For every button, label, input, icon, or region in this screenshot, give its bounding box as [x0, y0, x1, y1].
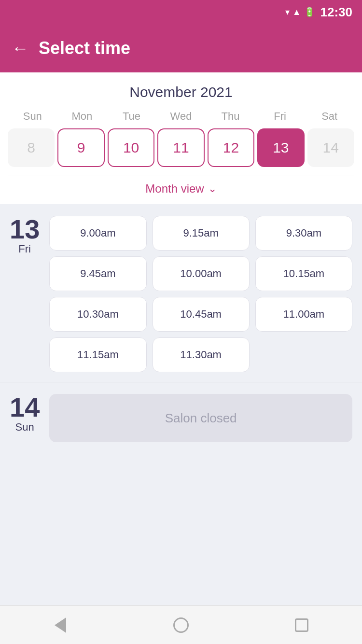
month-view-label: Month view: [145, 182, 204, 196]
back-button[interactable]: ←: [12, 40, 29, 57]
time-slot-945am[interactable]: 9.45am: [49, 256, 146, 291]
day-number-14: 14: [10, 394, 40, 421]
status-bar: ▾ ▲ 🔋 12:30: [0, 0, 362, 24]
dates-row: 8 9 10 11 12 13 14: [8, 128, 354, 176]
page-title: Select time: [39, 38, 130, 58]
day-block-14: 14 Sun Salon closed: [0, 382, 362, 452]
salon-closed-box: Salon closed: [49, 394, 352, 442]
time-slots-grid-13: 9.00am 9.15am 9.30am 9.45am 10.00am 10.1…: [49, 216, 352, 372]
date-13[interactable]: 13: [257, 128, 304, 167]
weekday-fri: Fri: [255, 110, 305, 123]
chevron-down-icon: ⌄: [208, 182, 217, 195]
nav-back-button[interactable]: [46, 611, 75, 640]
day-name-13: Fri: [18, 243, 31, 255]
weekday-sun: Sun: [8, 110, 57, 123]
status-time: 12:30: [320, 5, 353, 20]
time-slot-1100am[interactable]: 11.00am: [255, 297, 352, 332]
time-slot-1000am[interactable]: 10.00am: [153, 256, 250, 291]
nav-recents-button[interactable]: [287, 611, 316, 640]
time-slot-915am[interactable]: 9.15am: [153, 216, 250, 251]
date-11[interactable]: 11: [157, 128, 204, 167]
time-slot-1015am[interactable]: 10.15am: [255, 256, 352, 291]
status-icons: ▾ ▲ 🔋: [285, 7, 315, 17]
day-number-label-14: 14 Sun: [10, 394, 40, 434]
battery-icon: 🔋: [304, 7, 315, 17]
weekday-mon: Mon: [57, 110, 107, 123]
day-header-14: 14 Sun Salon closed: [10, 394, 352, 442]
month-view-button[interactable]: Month view ⌄: [145, 182, 216, 196]
recents-nav-icon: [295, 618, 308, 632]
nav-home-button[interactable]: [167, 611, 195, 640]
month-view-row: Month view ⌄: [8, 176, 354, 204]
date-14: 14: [307, 128, 354, 167]
bottom-nav: [0, 605, 362, 644]
day-number-13: 13: [10, 216, 40, 243]
day-name-14: Sun: [15, 421, 34, 434]
time-slot-930am[interactable]: 9.30am: [255, 216, 352, 251]
weekday-sat: Sat: [305, 110, 354, 123]
signal-icon: ▲: [292, 7, 301, 17]
timeslots-section: 13 Fri 9.00am 9.15am 9.30am 9.45am 10.00…: [0, 204, 362, 605]
date-12[interactable]: 12: [208, 128, 254, 167]
home-nav-icon: [173, 617, 189, 633]
back-nav-icon: [55, 617, 66, 633]
wifi-icon: ▾: [285, 7, 290, 17]
date-10[interactable]: 10: [108, 128, 154, 167]
time-slot-900am[interactable]: 9.00am: [49, 216, 146, 251]
day-number-label-13: 13 Fri: [10, 216, 40, 255]
date-8: 8: [8, 128, 55, 167]
weekday-wed: Wed: [156, 110, 206, 123]
day-block-13: 13 Fri 9.00am 9.15am 9.30am 9.45am 10.00…: [0, 204, 362, 382]
date-9[interactable]: 9: [57, 128, 104, 167]
weekdays-row: Sun Mon Tue Wed Thu Fri Sat: [8, 110, 354, 123]
calendar-section: November 2021 Sun Mon Tue Wed Thu Fri Sa…: [0, 72, 362, 204]
day-header-13: 13 Fri 9.00am 9.15am 9.30am 9.45am 10.00…: [10, 216, 352, 372]
month-year-label: November 2021: [8, 84, 354, 100]
time-slot-1045am[interactable]: 10.45am: [153, 297, 250, 332]
time-slot-1030am[interactable]: 10.30am: [49, 297, 146, 332]
weekday-tue: Tue: [107, 110, 156, 123]
weekday-thu: Thu: [206, 110, 255, 123]
time-slot-1115am[interactable]: 11.15am: [49, 337, 146, 372]
time-slot-1130am[interactable]: 11.30am: [153, 337, 250, 372]
header: ← Select time: [0, 24, 362, 72]
